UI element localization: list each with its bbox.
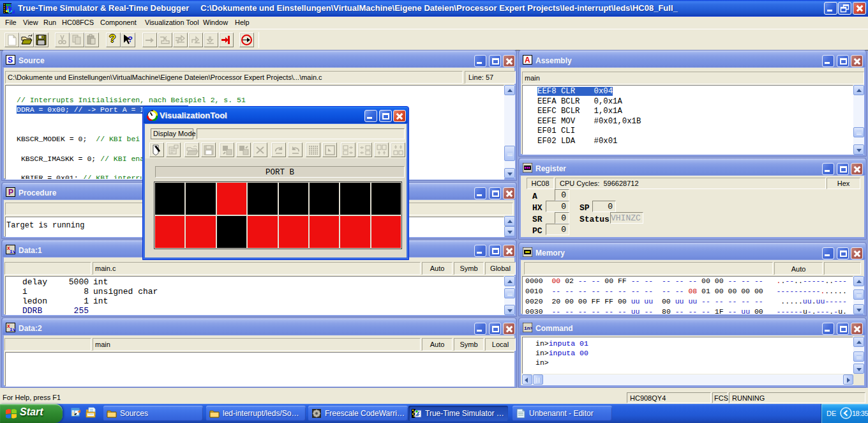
svg-text:iv: iv — [10, 249, 15, 254]
svg-text:A: A — [525, 56, 530, 65]
svg-text:in>: in> — [524, 325, 532, 331]
svg-text:iv: iv — [10, 327, 15, 332]
svg-text:?: ? — [128, 35, 133, 44]
svg-text:P: P — [8, 188, 13, 197]
svg-text:S: S — [8, 56, 13, 65]
